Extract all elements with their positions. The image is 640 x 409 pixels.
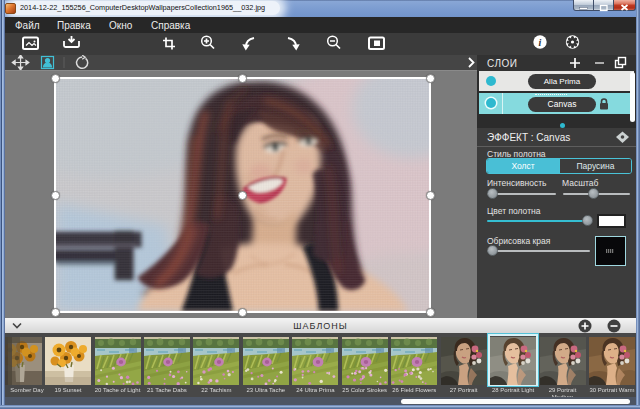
svg-text:i: i	[539, 37, 542, 48]
